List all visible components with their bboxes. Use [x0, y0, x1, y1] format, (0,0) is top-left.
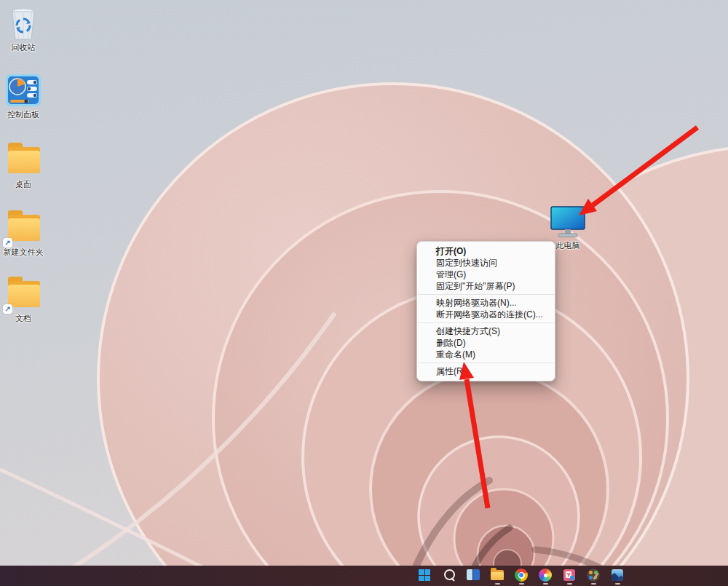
folder-shortcut-icon: ↗ [4, 277, 42, 312]
chrome-button[interactable] [514, 568, 529, 582]
desktop-icon-recycle-bin[interactable]: 回收站 [0, 6, 47, 52]
menu-separator [418, 363, 554, 363]
desktop-icon-label: 桌面 [0, 180, 47, 189]
start-button[interactable] [417, 568, 432, 582]
paint-icon [587, 569, 600, 582]
task-view-icon [467, 569, 472, 580]
folder-shortcut-icon: ↗ [4, 210, 42, 245]
task-view-button[interactable] [466, 568, 480, 582]
desktop-icon-label: 文档 [0, 314, 47, 323]
desktop-icon-label: 回收站 [0, 43, 47, 52]
desktop-icon-new-folder-shortcut[interactable]: ↗ 新建文件夹 [0, 210, 47, 257]
search-button[interactable] [442, 568, 456, 582]
folder-icon [4, 143, 42, 178]
desktop-icon-control-panel[interactable]: 控制面板 [0, 73, 47, 119]
desktop-icon-label: 控制面板 [0, 110, 47, 119]
menu-item-open[interactable]: 打开(O) [417, 245, 555, 257]
running-indicator [519, 583, 524, 585]
paint-button[interactable] [586, 568, 601, 582]
desktop-icon-documents-shortcut[interactable]: ↗ 文档 [0, 277, 47, 323]
shortcut-arrow-icon: ↗ [3, 238, 12, 248]
start-icon [419, 569, 430, 581]
menu-separator [418, 294, 554, 295]
photos-button[interactable] [610, 568, 625, 582]
menu-item-properties[interactable]: 属性(R) [417, 365, 555, 377]
file-explorer-icon [491, 570, 504, 580]
running-indicator [543, 583, 548, 585]
running-indicator [495, 583, 500, 585]
menu-item-map-network-drive[interactable]: 映射网络驱动器(N)... [417, 297, 555, 309]
shortcut-arrow-icon: ↗ [3, 304, 12, 314]
menu-item-delete[interactable]: 删除(D) [417, 337, 555, 349]
desktop-icon-label: 新建文件夹 [0, 248, 47, 257]
menu-item-create-shortcut[interactable]: 创建快捷方式(S) [417, 325, 555, 337]
file-explorer-button[interactable] [490, 568, 505, 582]
photos-icon [612, 569, 623, 581]
desktop-wallpaper [0, 0, 728, 586]
menu-item-manage[interactable]: 管理(G) [417, 269, 555, 280]
running-indicator [591, 583, 596, 585]
recycle-bin-icon [4, 6, 42, 41]
menu-item-disconnect-network-drive[interactable]: 断开网络驱动器的连接(C)... [417, 309, 555, 320]
this-pc-icon [549, 204, 587, 239]
menu-separator [418, 322, 554, 323]
pinwheel-browser-icon [539, 569, 552, 582]
menu-item-pin-quick-access[interactable]: 固定到快速访问 [417, 257, 555, 269]
menu-item-rename[interactable]: 重命名(M) [417, 349, 555, 360]
running-indicator [615, 583, 620, 585]
menu-item-pin-to-start[interactable]: 固定到"开始"屏幕(P) [417, 280, 555, 292]
running-indicator [567, 583, 572, 585]
control-panel-icon [4, 73, 42, 108]
media-app-button[interactable]: Y [562, 568, 577, 582]
chrome-icon [515, 569, 528, 582]
desktop-icon-desktop-folder[interactable]: 桌面 [0, 143, 47, 189]
pinwheel-browser-button[interactable] [538, 568, 553, 582]
media-app-icon: Y [563, 569, 575, 581]
context-menu: 打开(O) 固定到快速访问 管理(G) 固定到"开始"屏幕(P) 映射网络驱动器… [416, 241, 555, 381]
taskbar: Y [0, 566, 728, 586]
